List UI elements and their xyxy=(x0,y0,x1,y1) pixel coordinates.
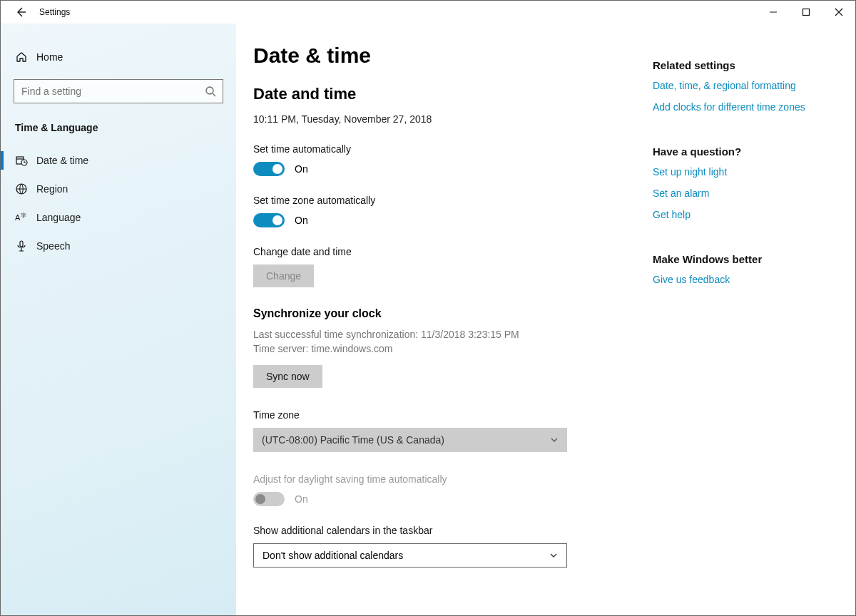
globe-icon xyxy=(15,183,36,195)
sidebar-item-label: Language xyxy=(36,212,81,223)
close-button[interactable] xyxy=(822,1,855,24)
window-controls xyxy=(757,1,855,24)
section-heading: Date and time xyxy=(253,85,653,103)
sidebar-item-speech[interactable]: Speech xyxy=(1,232,236,260)
timezone-label: Time zone xyxy=(253,409,653,421)
chevron-down-icon xyxy=(550,436,559,444)
feedback-heading: Make Windows better xyxy=(653,253,841,265)
related-settings-heading: Related settings xyxy=(653,59,841,71)
link-night-light[interactable]: Set up night light xyxy=(653,166,841,178)
chevron-down-icon xyxy=(549,551,558,560)
language-icon: A字 xyxy=(15,211,36,224)
toggle-state: On xyxy=(295,163,308,175)
toggle-state: On xyxy=(295,493,308,505)
set-time-auto-toggle[interactable] xyxy=(253,162,285,176)
link-get-help[interactable]: Get help xyxy=(653,209,841,220)
question-heading: Have a question? xyxy=(653,145,841,158)
calendar-clock-icon xyxy=(15,154,36,167)
maximize-icon xyxy=(802,8,810,16)
sync-heading: Synchronize your clock xyxy=(253,307,653,320)
sidebar-item-label: Region xyxy=(36,183,68,195)
minimize-button[interactable] xyxy=(757,1,790,24)
sidebar-item-region[interactable]: Region xyxy=(1,175,236,203)
search-icon xyxy=(205,86,216,97)
sidebar-item-date-time[interactable]: Date & time xyxy=(1,146,236,175)
titlebar: Settings xyxy=(1,1,855,24)
svg-text:字: 字 xyxy=(21,212,26,219)
additional-calendars-value: Don't show additional calendars xyxy=(263,550,403,561)
set-time-auto-label: Set time automatically xyxy=(253,143,653,155)
timezone-dropdown: (UTC-08:00) Pacific Time (US & Canada) xyxy=(253,428,567,452)
sync-now-button[interactable]: Sync now xyxy=(253,365,322,388)
sidebar-item-label: Date & time xyxy=(36,155,88,166)
link-regional-formatting[interactable]: Date, time, & regional formatting xyxy=(653,80,841,91)
maximize-button[interactable] xyxy=(790,1,822,24)
sidebar-section-label: Time & Language xyxy=(1,118,236,146)
dst-label: Adjust for daylight saving time automati… xyxy=(253,473,653,485)
additional-calendars-dropdown[interactable]: Don't show additional calendars xyxy=(253,543,567,568)
set-timezone-auto-toggle[interactable] xyxy=(253,213,285,227)
home-icon xyxy=(15,51,36,63)
page-title: Date & time xyxy=(253,43,653,68)
arrow-left-icon xyxy=(15,6,26,18)
dst-toggle xyxy=(253,492,285,506)
link-set-alarm[interactable]: Set an alarm xyxy=(653,188,841,199)
search-input[interactable] xyxy=(14,79,223,103)
link-give-feedback[interactable]: Give us feedback xyxy=(653,274,841,285)
current-datetime: 10:11 PM, Tuesday, November 27, 2018 xyxy=(253,113,653,125)
svg-rect-0 xyxy=(803,9,810,16)
close-icon xyxy=(835,8,843,16)
content-area: Date & time Date and time 10:11 PM, Tues… xyxy=(236,24,653,615)
sidebar-home[interactable]: Home xyxy=(1,45,236,69)
svg-rect-7 xyxy=(20,241,23,247)
additional-calendars-label: Show additional calendars in the taskbar xyxy=(253,525,653,536)
sidebar-item-language[interactable]: A字 Language xyxy=(1,203,236,232)
back-button[interactable] xyxy=(15,6,39,18)
sidebar: Home Time & Language Date & time Region xyxy=(1,24,236,615)
link-add-clocks[interactable]: Add clocks for different time zones xyxy=(653,101,841,113)
sidebar-home-label: Home xyxy=(36,51,63,63)
window-title: Settings xyxy=(39,7,70,17)
sidebar-item-label: Speech xyxy=(36,240,70,252)
set-timezone-auto-label: Set time zone automatically xyxy=(253,195,653,206)
timezone-value: (UTC-08:00) Pacific Time (US & Canada) xyxy=(262,434,444,446)
change-button: Change xyxy=(253,265,314,287)
change-datetime-label: Change date and time xyxy=(253,246,653,257)
svg-text:A: A xyxy=(15,213,21,222)
minimize-icon xyxy=(769,8,778,16)
microphone-icon xyxy=(15,240,36,252)
svg-point-1 xyxy=(206,87,213,94)
toggle-state: On xyxy=(295,215,308,226)
sync-last-text: Last successful time synchronization: 11… xyxy=(253,327,653,342)
sync-server-text: Time server: time.windows.com xyxy=(253,342,653,356)
right-column: Related settings Date, time, & regional … xyxy=(653,24,855,615)
